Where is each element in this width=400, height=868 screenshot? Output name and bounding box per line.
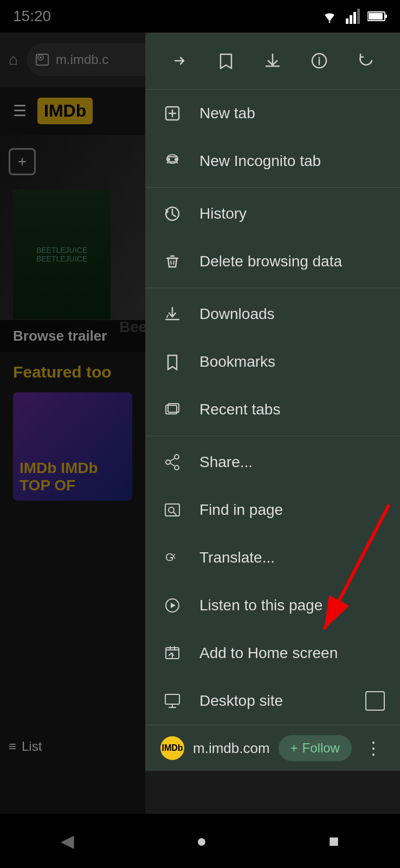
bookmarks-icon xyxy=(160,350,184,374)
history-label: History xyxy=(199,205,247,222)
svg-rect-22 xyxy=(165,504,179,516)
svg-rect-0 xyxy=(346,18,349,24)
menu-item-translate[interactable]: G x Translate... xyxy=(145,534,400,582)
svg-rect-2 xyxy=(353,12,356,24)
menu-item-history[interactable]: History xyxy=(145,190,400,238)
new-tab-label: New tab xyxy=(199,105,255,122)
signal-icon xyxy=(346,9,361,24)
svg-point-14 xyxy=(175,158,178,161)
menu-item-listen[interactable]: Listen to this page xyxy=(145,582,400,629)
menu-item-share[interactable]: Share... xyxy=(145,438,400,486)
menu-item-incognito[interactable]: New Incognito tab xyxy=(145,137,400,185)
svg-text:x: x xyxy=(171,551,176,560)
menu-item-downloads[interactable]: Downloads xyxy=(145,290,400,338)
svg-point-20 xyxy=(166,460,170,464)
svg-point-19 xyxy=(175,455,179,459)
downloads-label: Downloads xyxy=(199,305,275,323)
site-favicon: IMDb xyxy=(160,736,184,760)
recent-tabs-label: Recent tabs xyxy=(199,401,280,418)
menu-item-new-tab[interactable]: New tab xyxy=(145,90,400,137)
listen-icon xyxy=(160,593,184,617)
svg-rect-6 xyxy=(369,13,383,20)
wifi-icon xyxy=(320,9,339,23)
add-home-label: Add to Home screen xyxy=(199,644,338,662)
menu-item-add-home[interactable]: Add to Home screen xyxy=(145,629,400,677)
svg-point-21 xyxy=(175,465,179,470)
desktop-label: Desktop site xyxy=(199,692,283,710)
translate-label: Translate... xyxy=(199,549,275,566)
follow-label: Follow xyxy=(302,741,340,756)
divider-1 xyxy=(145,187,400,188)
share-label: Share... xyxy=(199,454,253,471)
follow-button[interactable]: + Follow xyxy=(279,735,352,761)
incognito-icon xyxy=(160,149,184,173)
download-button[interactable] xyxy=(257,46,288,76)
menu-item-bookmarks[interactable]: Bookmarks xyxy=(145,338,400,386)
menu-item-delete[interactable]: Delete browsing data xyxy=(145,238,400,285)
find-icon xyxy=(160,498,184,522)
divider-3 xyxy=(145,436,400,436)
recents-button[interactable]: ■ xyxy=(328,831,339,851)
divider-2 xyxy=(145,288,400,288)
site-info-bar: IMDb m.imdb.com + Follow ⋮ xyxy=(145,725,400,771)
recent-tabs-icon xyxy=(160,398,184,422)
svg-rect-5 xyxy=(385,15,387,18)
dim-overlay xyxy=(0,0,145,868)
forward-button[interactable] xyxy=(164,46,195,76)
delete-icon xyxy=(160,250,184,273)
svg-rect-1 xyxy=(350,15,352,24)
bookmarks-label: Bookmarks xyxy=(199,353,275,371)
delete-label: Delete browsing data xyxy=(199,253,342,270)
share-icon xyxy=(160,450,184,474)
incognito-label: New Incognito tab xyxy=(199,152,321,170)
history-icon xyxy=(160,202,184,226)
new-tab-icon xyxy=(160,101,184,125)
info-button[interactable] xyxy=(304,46,334,76)
svg-marker-27 xyxy=(171,603,176,608)
follow-plus: + xyxy=(291,741,298,756)
refresh-button[interactable] xyxy=(351,46,381,76)
listen-label: Listen to this page xyxy=(199,597,322,614)
add-home-icon xyxy=(160,641,184,665)
home-nav-button[interactable]: ● xyxy=(196,831,207,851)
chrome-menu: New tab New Incognito tab History xyxy=(145,33,400,771)
desktop-checkbox[interactable] xyxy=(365,691,385,711)
more-button[interactable]: ⋮ xyxy=(360,738,386,758)
translate-icon: G x xyxy=(160,546,184,570)
bookmark-button[interactable] xyxy=(211,46,241,76)
menu-item-recent-tabs[interactable]: Recent tabs xyxy=(145,386,400,433)
desktop-icon xyxy=(160,689,184,713)
status-icons xyxy=(320,9,387,24)
menu-toolbar xyxy=(145,33,400,90)
svg-rect-3 xyxy=(357,9,360,24)
battery-icon xyxy=(367,11,387,22)
downloads-icon xyxy=(160,302,184,326)
menu-item-find[interactable]: Find in page xyxy=(145,486,400,534)
desktop-left: Desktop site xyxy=(160,689,283,713)
find-label: Find in page xyxy=(199,501,283,519)
svg-rect-29 xyxy=(165,694,179,704)
svg-point-13 xyxy=(167,158,170,161)
menu-item-desktop[interactable]: Desktop site xyxy=(145,677,400,725)
site-url: m.imdb.com xyxy=(193,740,270,757)
